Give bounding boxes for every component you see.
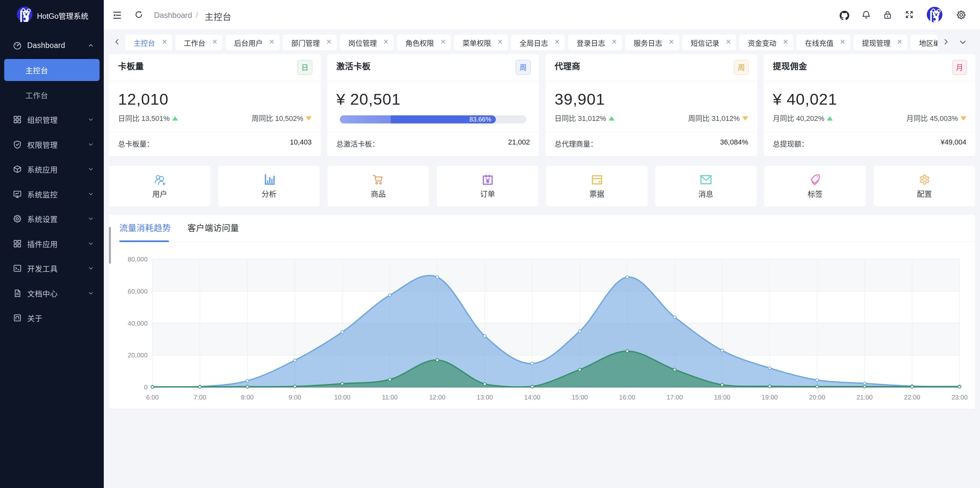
svg-text:13:00: 13:00 <box>477 394 493 401</box>
svg-text:60,000: 60,000 <box>128 288 148 295</box>
svg-text:22:00: 22:00 <box>904 394 920 401</box>
svg-text:20,000: 20,000 <box>128 352 148 359</box>
svg-text:14:00: 14:00 <box>524 394 540 401</box>
svg-text:16:00: 16:00 <box>619 394 635 401</box>
svg-text:15:00: 15:00 <box>572 394 588 401</box>
svg-text:7:00: 7:00 <box>194 394 206 401</box>
svg-text:18:00: 18:00 <box>714 394 730 401</box>
svg-text:6:00: 6:00 <box>146 394 159 401</box>
svg-text:80,000: 80,000 <box>128 256 148 263</box>
svg-text:21:00: 21:00 <box>856 394 873 401</box>
svg-text:8:00: 8:00 <box>241 394 254 401</box>
svg-text:17:00: 17:00 <box>667 394 682 401</box>
svg-text:0: 0 <box>144 383 148 391</box>
svg-text:23:00: 23:00 <box>951 394 968 401</box>
svg-text:9:00: 9:00 <box>289 394 301 401</box>
svg-text:19:00: 19:00 <box>761 394 778 401</box>
svg-text:12:00: 12:00 <box>429 394 445 401</box>
svg-text:20:00: 20:00 <box>809 394 825 401</box>
svg-text:40,000: 40,000 <box>128 320 148 327</box>
svg-text:11:00: 11:00 <box>382 394 398 401</box>
svg-text:10:00: 10:00 <box>334 394 350 401</box>
